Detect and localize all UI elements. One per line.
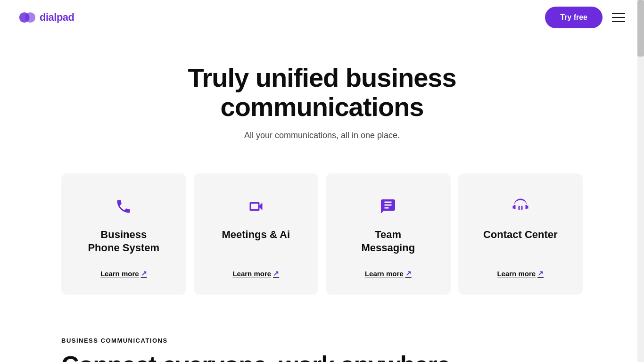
learn-more-business-phone-arrow: ↗ [141,269,147,278]
learn-more-team-messaging[interactable]: Learn more ↗ [365,269,412,278]
card-team-messaging-title: TeamMessaging [361,228,415,254]
card-contact-center: Contact Center Learn more ↗ [458,173,583,295]
learn-more-contact-center-label: Learn more [497,270,536,278]
learn-more-contact-center[interactable]: Learn more ↗ [497,269,544,278]
hero-title: Truly unified business communications [110,63,534,121]
card-meetings-ai: Meetings & Ai Learn more ↗ [194,173,319,295]
try-free-button[interactable]: Try free [545,7,603,28]
logo: dialpad [19,11,74,24]
video-icon [246,196,266,217]
logo-text: dialpad [40,11,74,24]
learn-more-team-messaging-arrow: ↗ [405,269,412,278]
scrollbar-thumb[interactable] [637,0,644,57]
header: dialpad Try free [0,0,644,35]
learn-more-contact-center-arrow: ↗ [537,269,544,278]
learn-more-team-messaging-label: Learn more [365,270,404,278]
hero-subtitle: All your communications, all in one plac… [19,131,625,140]
hero-section: Truly unified business communications Al… [0,35,644,159]
card-business-phone-title: BusinessPhone System [88,228,159,254]
bottom-section: BUSINESS COMMUNICATIONS Connect everyone… [0,318,644,362]
learn-more-business-phone[interactable]: Learn more ↗ [100,269,147,278]
section-label: BUSINESS COMMUNICATIONS [61,337,583,344]
menu-icon[interactable] [612,13,625,22]
section-heading: Connect everyone, work anywhere [61,352,583,362]
dialpad-logo-icon [19,11,36,24]
svg-point-1 [25,12,36,23]
learn-more-meetings-ai[interactable]: Learn more ↗ [232,269,279,278]
scrollbar-track[interactable] [637,0,644,362]
message-icon [378,196,398,217]
learn-more-meetings-ai-label: Learn more [232,270,271,278]
card-contact-center-title: Contact Center [483,228,558,241]
headset-icon [510,196,531,217]
learn-more-business-phone-label: Learn more [100,270,139,278]
card-team-messaging: TeamMessaging Learn more ↗ [326,173,451,295]
cards-section: BusinessPhone System Learn more ↗ Meetin… [0,159,644,318]
learn-more-meetings-ai-arrow: ↗ [273,269,279,278]
phone-icon [113,196,134,217]
card-business-phone: BusinessPhone System Learn more ↗ [61,173,186,295]
header-right: Try free [545,7,625,28]
card-meetings-ai-title: Meetings & Ai [222,228,290,241]
